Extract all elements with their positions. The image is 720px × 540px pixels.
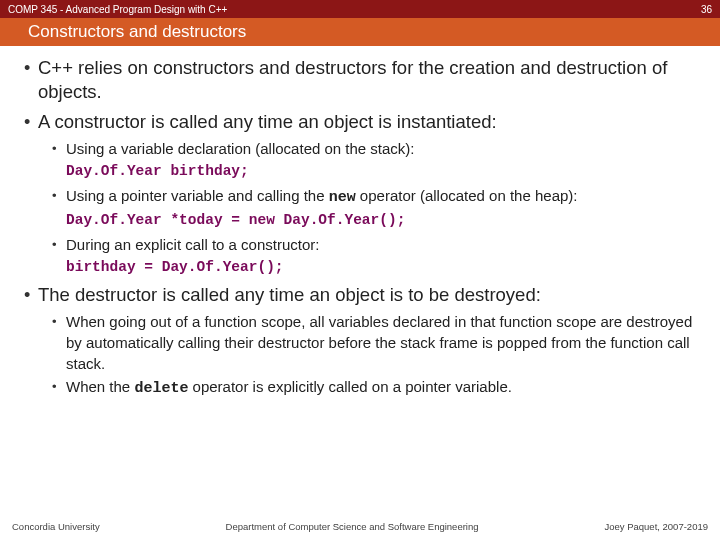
bullet-icon: • bbox=[52, 138, 66, 159]
list-item: • A constructor is called any time an ob… bbox=[24, 110, 702, 277]
bullet-icon: • bbox=[24, 283, 38, 307]
text-fragment: operator (allocated on the heap): bbox=[356, 187, 578, 204]
footer-right: Joey Paquet, 2007-2019 bbox=[604, 521, 708, 532]
bullet-list-lvl2: • When going out of a function scope, al… bbox=[52, 311, 702, 399]
bullet-list-lvl2: • Using a variable declaration (allocate… bbox=[52, 138, 702, 159]
bullet-text: When the delete operator is explicitly c… bbox=[66, 376, 512, 399]
bullet-text: C++ relies on constructors and destructo… bbox=[38, 56, 702, 104]
bullet-icon: • bbox=[52, 185, 66, 206]
bullet-text: When going out of a function scope, all … bbox=[66, 311, 702, 374]
keyword-new: new bbox=[329, 189, 356, 206]
list-item: • During an explicit call to a construct… bbox=[52, 234, 702, 255]
bullet-list-lvl2: • Using a pointer variable and calling t… bbox=[52, 185, 702, 208]
bullet-icon: • bbox=[24, 56, 38, 80]
footer: Concordia University Department of Compu… bbox=[0, 521, 720, 532]
page-number: 36 bbox=[701, 4, 712, 15]
top-bar: COMP 345 - Advanced Program Design with … bbox=[0, 0, 720, 18]
bullet-icon: • bbox=[52, 311, 66, 332]
slide-title: Constructors and destructors bbox=[28, 22, 246, 42]
text-fragment: When the bbox=[66, 378, 134, 395]
list-item: • When the delete operator is explicitly… bbox=[52, 376, 702, 399]
footer-center: Department of Computer Science and Softw… bbox=[226, 521, 479, 532]
list-item: • Using a variable declaration (allocate… bbox=[52, 138, 702, 159]
footer-left: Concordia University bbox=[12, 521, 100, 532]
list-item: • The destructor is called any time an o… bbox=[24, 283, 702, 399]
bullet-text: The destructor is called any time an obj… bbox=[38, 283, 541, 307]
bullet-text: Using a variable declaration (allocated … bbox=[66, 138, 415, 159]
bullet-list-lvl2: • During an explicit call to a construct… bbox=[52, 234, 702, 255]
bullet-text: Using a pointer variable and calling the… bbox=[66, 185, 578, 208]
bullet-text: A constructor is called any time an obje… bbox=[38, 110, 497, 134]
keyword-delete: delete bbox=[134, 380, 188, 397]
list-item: • C++ relies on constructors and destruc… bbox=[24, 56, 702, 104]
code-line: Day.Of.Year *today = new Day.Of.Year(); bbox=[66, 210, 702, 230]
bullet-icon: • bbox=[52, 234, 66, 255]
list-item: • Using a pointer variable and calling t… bbox=[52, 185, 702, 208]
content-area: • C++ relies on constructors and destruc… bbox=[0, 46, 720, 540]
bullet-list-lvl1: • C++ relies on constructors and destruc… bbox=[24, 56, 702, 399]
bullet-icon: • bbox=[52, 376, 66, 397]
code-line: birthday = Day.Of.Year(); bbox=[66, 257, 702, 277]
title-bar: Constructors and destructors bbox=[0, 18, 720, 46]
bullet-text: During an explicit call to a constructor… bbox=[66, 234, 319, 255]
code-line: Day.Of.Year birthday; bbox=[66, 161, 702, 181]
text-fragment: operator is explicitly called on a point… bbox=[188, 378, 512, 395]
bullet-icon: • bbox=[24, 110, 38, 134]
course-label: COMP 345 - Advanced Program Design with … bbox=[8, 4, 227, 15]
list-item: • When going out of a function scope, al… bbox=[52, 311, 702, 374]
text-fragment: Using a pointer variable and calling the bbox=[66, 187, 329, 204]
slide: COMP 345 - Advanced Program Design with … bbox=[0, 0, 720, 540]
